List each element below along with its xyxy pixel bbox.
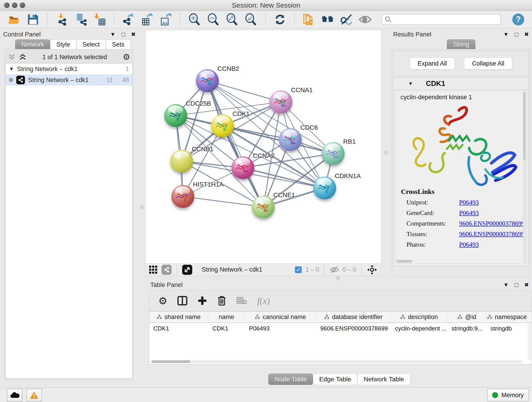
horizontal-splitter-handle[interactable] [336,276,340,280]
tab-network[interactable]: Network [15,39,50,49]
open-session-button[interactable] [8,13,21,26]
crosslink-uniprot-link[interactable]: P06493 [459,199,479,206]
right-splitter-handle[interactable] [384,151,388,154]
node-CCNA1[interactable] [269,90,292,114]
node-CCNB1[interactable] [170,150,193,172]
cell-database-identifier[interactable]: 9606.ENSP00000378699 [316,323,391,334]
column-header-name[interactable]: name [208,312,245,322]
delete-column-icon[interactable] [217,295,226,306]
tab-sets[interactable]: Sets [106,39,131,49]
window-zoom-button[interactable] [20,2,25,8]
table-horizontal-scrollbar[interactable] [151,360,522,363]
crosslink-pharos-link[interactable]: P06493 [459,241,479,248]
grid-mode-icon[interactable] [149,265,158,274]
collection-expander-icon[interactable]: ▼ [9,66,14,72]
add-column-icon[interactable] [197,296,207,306]
search-box[interactable] [382,14,501,25]
tab-style[interactable]: Style [50,39,76,49]
tab-network-table[interactable]: Network Table [357,374,410,385]
control-panel-menu-icon[interactable]: ▼ [110,31,115,38]
tab-edge-table[interactable]: Edge Table [313,374,357,385]
string-home-button[interactable] [321,13,334,26]
collapse-all-button[interactable]: Collapse All [464,57,512,70]
left-splitter-handle[interactable] [140,205,144,209]
results-vertical-scrollbar[interactable] [523,91,526,263]
crosslink-compartments-link[interactable]: 9606.ENSP00000378699 [459,220,525,227]
node-RB1[interactable] [322,142,345,165]
node-CCNB2[interactable] [196,69,219,92]
crosslink-tissues-link[interactable]: 9606.ENSP00000378699 [459,230,525,238]
tab-node-table[interactable]: Node Table [268,374,313,385]
column-header-shared-name[interactable]: shared name [149,312,208,322]
search-input[interactable] [394,16,491,23]
tab-select[interactable]: Select [76,39,106,49]
import-network-database-button[interactable] [74,13,87,26]
window-minimize-button[interactable] [12,2,17,8]
window-close-button[interactable] [4,2,10,8]
zoom-out-button[interactable] [207,13,220,26]
node-CDC6[interactable] [279,128,302,151]
table-vertical-scrollbar[interactable] [528,323,531,360]
protein-expander-icon[interactable]: ▼ [408,81,413,87]
expand-all-button[interactable]: Expand All [410,57,455,70]
table-panel-close-icon[interactable]: ✖ [524,282,529,288]
expand-all-icon[interactable] [19,54,27,61]
node-CDKN1A[interactable] [313,177,336,199]
control-panel-float-icon[interactable]: □ [121,31,125,38]
column-header--id[interactable]: @id [447,312,486,322]
column-header-database-identifier[interactable]: database identifier [316,312,391,322]
network-collection-row[interactable]: ▼ String Network – cdk1 1 [6,64,132,75]
save-session-button[interactable] [27,13,39,26]
cell-shared-name[interactable]: CDK1 [149,323,208,334]
string-import-button[interactable] [302,13,315,26]
cell--id[interactable]: stringdb:9... [447,323,486,334]
node-CCNA2[interactable] [231,156,254,179]
collapse-all-icon[interactable] [8,54,16,61]
tab-string[interactable]: String [447,39,475,49]
node-CDK1[interactable] [211,114,234,137]
network-row[interactable]: String Network – cdk1 11 48 [6,75,132,85]
network-view-canvas[interactable]: CCNB2CCNA1CDC25BCDK1CDC6RB1CCNB1CCNA2CDK… [145,30,381,264]
network-view-share-icon[interactable] [162,265,172,275]
crosslink-genecard-link[interactable]: P06493 [459,209,479,217]
hide-glasses-button[interactable] [340,13,353,26]
show-columns-icon[interactable] [177,296,187,306]
cell-name[interactable]: CDK1 [208,323,245,334]
refresh-button[interactable] [273,13,286,26]
table-panel-menu-icon[interactable]: ▼ [503,282,509,288]
import-network-file-button[interactable] [56,13,68,26]
results-panel-float-icon[interactable]: □ [515,31,518,38]
cloud-status-button[interactable] [7,389,22,402]
results-horizontal-scrollbar[interactable] [396,260,412,263]
warnings-button[interactable] [26,389,42,402]
results-panel-close-icon[interactable]: ✖ [524,31,529,38]
node-CCNE1[interactable] [252,196,275,218]
cell-description[interactable]: cyclin-dependent ... [391,323,447,334]
show-eye-button[interactable] [359,13,372,26]
node-HIST1H1A[interactable] [171,185,194,208]
zoom-selected-button[interactable] [245,13,258,26]
cell-namespace[interactable]: stringdb [486,323,528,334]
export-network-button[interactable] [122,13,135,26]
cell-canonical-name[interactable]: P06493 [245,323,316,334]
detach-view-icon[interactable] [182,265,192,275]
column-header-namespace[interactable]: namespace [486,312,528,322]
help-button[interactable]: ? [512,13,524,26]
memory-button[interactable]: Memory [487,389,529,401]
column-header-canonical-name[interactable]: canonical name [245,312,316,322]
control-panel-close-icon[interactable]: ✖ [131,31,136,38]
results-panel-menu-icon[interactable]: ▼ [503,31,509,38]
table-options-gear-icon[interactable]: ⚙ [158,295,167,307]
edge-HIST1H1A-CCNE1[interactable] [183,196,263,207]
node-CDC25B[interactable] [164,104,187,127]
table-row[interactable]: CDK1CDK1P064939606.ENSP00000378699cyclin… [149,323,532,334]
network-options-gear-icon[interactable]: ⚙ [123,53,130,61]
column-header-description[interactable]: description [391,312,447,322]
table-panel-float-icon[interactable]: □ [515,281,518,288]
export-table-button[interactable] [141,13,153,26]
zoom-in-button[interactable] [188,13,201,26]
import-table-file-button[interactable] [93,13,106,26]
selected-checkbox-icon[interactable]: ✓ [295,266,302,273]
birdseye-crosshair-icon[interactable] [367,264,377,275]
export-image-button[interactable] [159,13,172,26]
